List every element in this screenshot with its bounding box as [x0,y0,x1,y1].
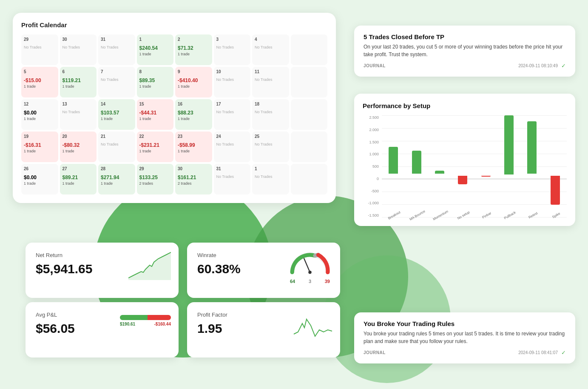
cal-day-num: 6 [62,69,94,74]
journal-card-1-footer: JOURNAL 2024-09-11 08:10:49 ✓ [364,63,566,69]
cal-day-num: 1 [255,166,287,171]
pl-bar-green [120,315,148,320]
bar-group: Pinbar [474,115,497,217]
gauge-gray: 3 [309,279,311,284]
cal-trades: 1 trade [62,149,94,153]
bar-label: Spike [551,212,561,219]
cal-day-num: 19 [24,134,56,139]
winrate-card: Winrate 60.38% 64 3 [187,243,340,298]
y-axis-label: 1.500 [363,140,379,144]
cal-day-num: 3 [216,37,248,42]
avg-pl-card: Avg P&L $56.05 $190.61 -$160.44 [26,302,179,358]
cal-cell: 4No Trades [252,34,289,65]
bar-label: Momentum [432,209,449,221]
cal-no-trades: No Trades [255,45,287,49]
cal-no-trades: No Trades [255,77,287,82]
cal-day-num: 10 [216,69,248,74]
cal-cell: 17No Trades [214,99,251,130]
cal-no-trades: No Trades [216,77,248,82]
cal-cell: 14$103.571 trade [98,99,135,130]
cal-amount: $89.35 [139,77,171,83]
cal-day-num: 7 [101,69,133,74]
cal-cell: 20-$80.321 trade [60,132,97,162]
cal-day-num: 29 [139,166,171,171]
bar-group: MA Bounce [405,115,428,217]
cal-trades: 2 trades [139,181,171,186]
journal-card-2-footer: JOURNAL 2024-09-11 08:41:07 ✓ [364,349,566,356]
cal-no-trades: No Trades [101,142,133,146]
cal-no-trades: No Trades [62,45,94,49]
performance-card: Performance by Setup 2.5002.0001.5001.00… [354,94,575,226]
cal-no-trades: No Trades [101,77,133,82]
bar-group: Breakout [382,115,405,217]
profit-factor-chart [292,311,334,340]
y-axis-label: 2.000 [363,128,379,132]
y-axis-label: -1.000 [363,201,379,205]
bar-group: Pullback [497,115,520,217]
cal-day-num: 17 [216,102,248,106]
cal-no-trades: No Trades [216,45,248,49]
cal-day-num: 8 [139,69,171,74]
cal-cell: 31No Trades [214,164,251,194]
svg-line-1 [304,258,310,272]
bar-negative [551,176,560,205]
cal-day-num: 2 [178,37,210,42]
cal-day-num: 28 [101,166,133,171]
cal-day-num: 11 [255,69,287,74]
cal-amount: -$231.21 [139,142,171,148]
cal-cell: 26$0.001 trade [21,164,58,194]
bar-label: Retest [528,211,538,219]
pl-green-amount: $190.61 [120,322,135,326]
cal-amount: -$80.32 [62,142,94,148]
cal-trades: 1 trade [139,117,171,121]
cal-amount: $71.32 [178,45,210,51]
net-return-card: Net Return $5,941.65 [26,243,179,298]
cal-cell [291,34,328,65]
cal-amount: $0.00 [24,110,56,116]
cal-cell: 28$271.941 trade [98,164,135,194]
page-wrapper: Profit Calendar 29No Trades30No Trades31… [0,0,588,389]
pl-red-amount: -$160.44 [154,322,171,326]
cal-day-num: 4 [255,37,287,42]
journal-card-1: 5 Trades Closed Before TP On your last 2… [354,26,575,77]
cal-day-num: 31 [101,37,133,42]
cal-no-trades: No Trades [255,142,287,146]
cal-cell: 6$119.211 trade [60,67,97,97]
y-axis-label: 0 [363,177,379,181]
journal-card-1-meta: 2024-09-11 08:10:49 ✓ [518,63,566,69]
cal-no-trades: No Trades [216,142,248,146]
cal-trades: 1 trade [62,84,94,89]
pl-bar-track [120,315,171,320]
cal-day-num: 13 [62,102,94,106]
stats-row: Net Return $5,941.65 Winrate 60.38% [26,243,340,298]
cal-trades: 1 trade [178,84,210,89]
chart-y-axis: 2.5002.0001.5001.0005000-500-1.000-1.500 [363,115,381,217]
cal-day-num: 21 [101,134,133,139]
cal-trades: 1 trade [24,181,56,186]
cal-cell: 21No Trades [98,132,135,162]
cal-amount: $119.21 [62,77,94,83]
cal-day-num: 24 [216,134,248,139]
journal-card-2-meta: 2024-09-11 08:41:07 ✓ [518,349,566,356]
cal-day-num: 29 [24,37,56,42]
bar-group: Momentum [428,115,451,217]
cal-cell: 11No Trades [252,67,289,97]
journal-card-2-tag: JOURNAL [364,350,386,355]
cal-amount: -$58.99 [178,142,210,148]
cal-amount: -$16.31 [24,142,56,148]
cal-day-num: 14 [101,102,133,106]
cal-cell: 5-$15.001 trade [21,67,58,97]
bar-negative [458,176,467,184]
cal-trades: 1 trade [24,149,56,153]
bar-positive [435,171,444,174]
cal-amount: $89.21 [62,174,94,180]
cal-cell: 29No Trades [21,34,58,65]
y-axis-label: 2.500 [363,115,379,120]
cal-cell: 25No Trades [252,132,289,162]
bar-label: No setup [457,210,470,220]
journal-card-1-title: 5 Trades Closed Before TP [364,33,566,40]
cal-day-num: 25 [255,134,287,139]
avg-pl-bar: $190.61 -$160.44 [120,315,171,326]
cal-cell: 10No Trades [214,67,251,97]
bar-positive [527,121,537,174]
